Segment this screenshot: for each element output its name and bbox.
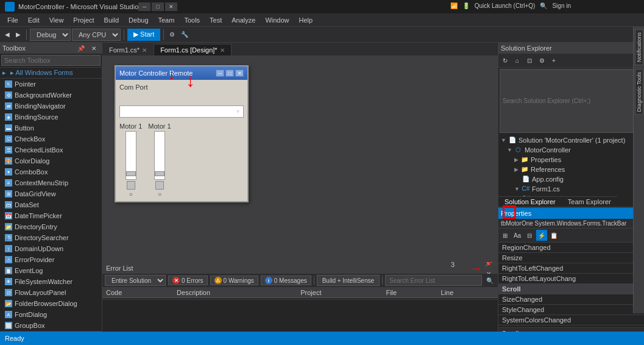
toolbar-misc-2[interactable]: 🔧	[179, 30, 191, 39]
sign-in-link[interactable]: Sign in	[552, 2, 571, 9]
toolbox-item-flowlayout[interactable]: ⊡FlowLayoutPanel	[0, 287, 102, 298]
tree-solution[interactable]: ▼ 📄 Solution 'MotorController' (1 projec…	[500, 135, 643, 145]
prop-properties-button[interactable]: ⊟	[524, 230, 535, 241]
toolbox-item-bindsrc[interactable]: ◈BindingSource	[0, 112, 102, 123]
toolbox-item-bgworker[interactable]: ⚙BackgroundWorker	[0, 90, 102, 101]
tab-form1cs[interactable]: Form1.cs* ✕	[102, 44, 154, 55]
debug-config-dropdown[interactable]: Debug	[30, 29, 71, 41]
prop-righttoleftchanged[interactable]: RightToLeftChanged	[498, 263, 644, 274]
toolbox-item-direntry[interactable]: 📁DirectoryEntry	[0, 221, 102, 232]
motor2-slider[interactable]	[155, 171, 165, 176]
toolbar-back[interactable]: ◀	[2, 30, 12, 39]
se-tab-solution[interactable]: Solution Explorer	[498, 196, 562, 207]
tree-properties[interactable]: ▶ 📁 Properties	[500, 155, 643, 165]
menu-window[interactable]: Window	[260, 15, 294, 25]
se-settings-button[interactable]: ⚙	[536, 55, 547, 66]
cpu-config-dropdown[interactable]: Any CPU	[72, 29, 121, 41]
se-filter-button[interactable]: ⊡	[524, 55, 535, 66]
quick-launch[interactable]: Quick Launch (Ctrl+Q)	[475, 2, 536, 9]
prop-righttoleftlayout[interactable]: RightToLeftLayoutChang	[498, 274, 644, 284]
se-refresh-button[interactable]: ↻	[500, 55, 511, 66]
design-canvas[interactable]: Motor Controller Remote ─ □ ✕ Com Port ↓	[102, 56, 498, 262]
menu-build[interactable]: Build	[99, 15, 124, 25]
minimize-button[interactable]: ─	[138, 2, 150, 11]
error-search-button[interactable]: 🔍	[484, 275, 495, 286]
toolbox-item-eventlog[interactable]: 📋EventLog	[0, 265, 102, 276]
form-minimize-button[interactable]: ─	[216, 69, 224, 77]
menu-project[interactable]: Project	[68, 15, 99, 25]
error-scope-dropdown[interactable]: Entire Solution	[105, 275, 166, 286]
form-maximize-button[interactable]: □	[225, 69, 234, 77]
se-home-button[interactable]: ⌂	[512, 55, 523, 66]
se-search-input[interactable]	[500, 69, 643, 133]
se-new-button[interactable]: +	[548, 55, 559, 66]
menu-edit[interactable]: Edit	[23, 15, 44, 25]
tab-form1cs-design[interactable]: Form1.cs [Design]* ✕	[154, 44, 232, 55]
maximize-button[interactable]: □	[152, 2, 164, 11]
search-icon[interactable]: 🔍	[540, 2, 547, 9]
form-close-button[interactable]: ✕	[235, 69, 244, 77]
toolbox-item-folderbrowser[interactable]: 📂FolderBrowserDialog	[0, 298, 102, 309]
toolbox-item-pointer[interactable]: ↖Pointer	[0, 79, 102, 90]
prop-regionchanged[interactable]: RegionChanged	[498, 243, 644, 253]
menu-team[interactable]: Team	[154, 15, 180, 25]
toolbox-item-colordialog[interactable]: 🎨ColorDialog	[0, 155, 102, 166]
menu-debug[interactable]: Debug	[124, 15, 153, 25]
toolbox-item-datagridview[interactable]: ⊞DataGridView	[0, 188, 102, 199]
prop-scroll[interactable]: Scroll	[498, 284, 644, 294]
toolbar-misc-1[interactable]: ⚙	[167, 30, 177, 39]
motor1-trackbar[interactable]	[126, 131, 136, 180]
menu-analyze[interactable]: Analyze	[227, 15, 260, 25]
tree-appconfig[interactable]: 📄 App.config	[500, 174, 643, 184]
prop-stylechanged[interactable]: StyleChanged	[498, 305, 644, 315]
toolbox-item-button[interactable]: ▬Button	[0, 123, 102, 133]
menu-file[interactable]: File	[2, 15, 23, 25]
form-comport-dropdown[interactable]	[119, 105, 244, 118]
toolbox-item-combobox[interactable]: ▾ComboBox	[0, 166, 102, 177]
toolbox-item-dirsearcher[interactable]: 🔎DirectorySearcher	[0, 232, 102, 243]
prop-categorized-button[interactable]: ⊞	[500, 230, 511, 241]
prop-events-button[interactable]: ⚡	[536, 230, 547, 241]
toolbox-section[interactable]: ▸ ▸ All Windows Forms	[0, 68, 102, 79]
toolbox-item-checkedlist[interactable]: ☰CheckedListBox	[0, 144, 102, 155]
build-intellisense-button[interactable]: Build + IntelliSense	[317, 275, 380, 286]
toolbox-item-fontdialog[interactable]: AFontDialog	[0, 309, 102, 320]
tree-project[interactable]: ▼ ⬡ MotorController	[500, 145, 643, 155]
menu-tools[interactable]: Tools	[179, 15, 205, 25]
toolbox-item-datetimepicker[interactable]: 📅DateTimePicker	[0, 210, 102, 221]
menu-test[interactable]: Test	[205, 15, 227, 25]
prop-sizechanged[interactable]: SizeChanged	[498, 294, 644, 305]
toolbox-item-contextmenu[interactable]: ≡ContextMenuStrip	[0, 177, 102, 188]
prop-alphabetical-button[interactable]: Aa	[512, 230, 523, 241]
toolbox-pin-button[interactable]: 📌	[76, 43, 87, 54]
menu-view[interactable]: View	[44, 15, 69, 25]
toolbox-close-button[interactable]: ✕	[88, 43, 99, 54]
toolbox-search-input[interactable]	[1, 55, 101, 66]
toolbox-item-errorprov[interactable]: ⚠ErrorProvider	[0, 254, 102, 265]
toolbox-item-filesyswatcher[interactable]: 👁FileSystemWatcher	[0, 276, 102, 287]
close-button[interactable]: ✕	[165, 2, 177, 11]
toolbox-item-bindnav[interactable]: ⇄BindingNavigator	[0, 101, 102, 112]
diagnostic-tools-tab[interactable]: Diagnostic Tools	[635, 69, 643, 115]
errors-badge[interactable]: ✕ 0 Errors	[168, 276, 208, 285]
motor2-trackbar[interactable]	[154, 131, 165, 180]
notif-tab[interactable]: Notifications	[635, 29, 643, 65]
tree-references[interactable]: ▶ 📁 References	[500, 165, 643, 174]
start-button[interactable]: ▶ Start	[127, 29, 160, 41]
error-search-input[interactable]	[385, 275, 482, 286]
warnings-badge[interactable]: ⚠ 0 Warnings	[210, 276, 258, 285]
prop-resize[interactable]: Resize	[498, 253, 644, 263]
se-tab-team[interactable]: Team Explorer	[562, 196, 617, 207]
toolbox-item-groupbox[interactable]: ⬜GroupBox	[0, 320, 102, 331]
tab-form1cs-design-close[interactable]: ✕	[220, 47, 225, 54]
tree-form1cs[interactable]: ▼ C# Form1.cs	[500, 184, 643, 194]
toolbox-item-domainupdown[interactable]: ↕DomainUpDown	[0, 243, 102, 254]
toolbar-forward[interactable]: ▶	[13, 30, 23, 39]
messages-badge[interactable]: i 0 Messages	[261, 276, 311, 285]
prop-proppage-button[interactable]: 📋	[548, 230, 559, 241]
prop-systemcolorschanged[interactable]: SystemColorsChanged	[498, 315, 644, 325]
tab-form1cs-close[interactable]: ✕	[142, 47, 147, 54]
toolbox-item-dataset[interactable]: 🗃DataSet	[0, 199, 102, 210]
motor1-slider[interactable]	[126, 171, 136, 176]
menu-help[interactable]: Help	[294, 15, 318, 25]
